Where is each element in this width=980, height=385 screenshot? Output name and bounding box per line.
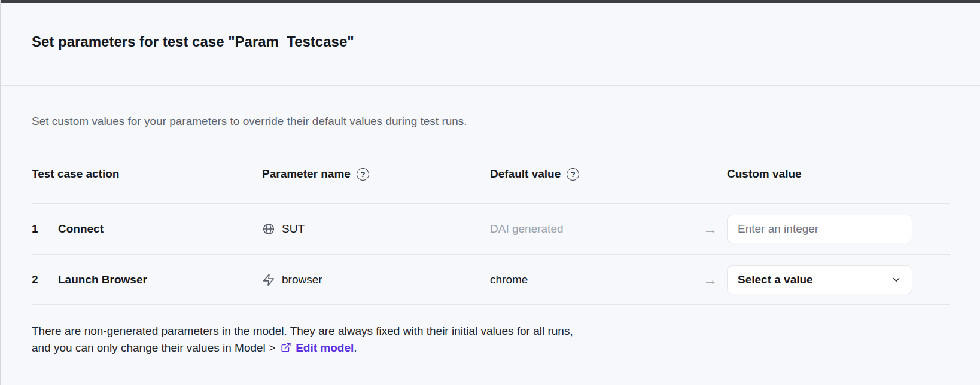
default-value: chrome [490, 273, 528, 286]
footnote-line1: There are non-generated parameters in th… [32, 323, 950, 340]
parameter-name: browser [282, 273, 322, 286]
action-cell: 2 Launch Browser [32, 273, 262, 286]
table-row: 2 Launch Browser browser chrome → Select… [32, 254, 950, 305]
table-header-row: Test case action Parameter name ? Defaul… [32, 167, 950, 203]
help-icon[interactable]: ? [357, 168, 369, 181]
column-header-custom-value-label: Custom value [727, 167, 802, 181]
row-number: 2 [32, 273, 58, 286]
help-icon[interactable]: ? [567, 168, 579, 181]
zap-icon [262, 273, 275, 286]
dialog-body: Set custom values for your parameters to… [1, 114, 980, 356]
default-value: DAI generated [490, 222, 564, 235]
globe-icon [262, 222, 275, 236]
column-header-default-value: Default value ? [490, 167, 693, 181]
column-header-action: Test case action [32, 167, 262, 181]
page-title: Set parameters for test case "Param_Test… [32, 33, 949, 50]
arrow-icon: → [693, 271, 727, 288]
footnote-period: . [354, 341, 357, 354]
action-cell: 1 Connect [32, 222, 262, 236]
row-number: 1 [32, 222, 58, 236]
custom-value-select[interactable]: Select a value [727, 265, 912, 294]
default-value-cell: DAI generated [490, 222, 693, 236]
parameter-name: SUT [282, 222, 305, 236]
custom-value-cell [727, 215, 950, 243]
column-header-parameter-name-label: Parameter name [262, 167, 351, 181]
parameter-cell: browser [262, 273, 490, 286]
footnote-line2-text: and you can only change their values in … [32, 341, 275, 354]
arrow-icon: → [693, 221, 727, 237]
select-placeholder: Select a value [738, 273, 813, 286]
footnote-line2: and you can only change their values in … [32, 340, 950, 356]
custom-value-input[interactable] [727, 215, 912, 243]
column-header-parameter-name: Parameter name ? [262, 167, 490, 181]
intro-text: Set custom values for your parameters to… [32, 114, 950, 129]
external-link-icon[interactable] [281, 342, 291, 353]
default-value-cell: chrome [490, 273, 693, 286]
column-header-custom-value: Custom value [727, 167, 950, 181]
dialog-header: Set parameters for test case "Param_Test… [1, 3, 980, 86]
edit-model-link[interactable]: Edit model [296, 341, 354, 354]
action-label: Connect [58, 222, 104, 236]
column-header-default-value-label: Default value [490, 167, 561, 181]
table-row: 1 Connect SUT DAI generated → [32, 203, 950, 254]
parameter-cell: SUT [262, 222, 490, 236]
column-header-action-label: Test case action [32, 167, 119, 181]
action-label: Launch Browser [58, 273, 147, 286]
chevron-down-icon [891, 274, 902, 285]
footnote: There are non-generated parameters in th… [32, 323, 950, 356]
custom-value-cell: Select a value [727, 265, 950, 294]
